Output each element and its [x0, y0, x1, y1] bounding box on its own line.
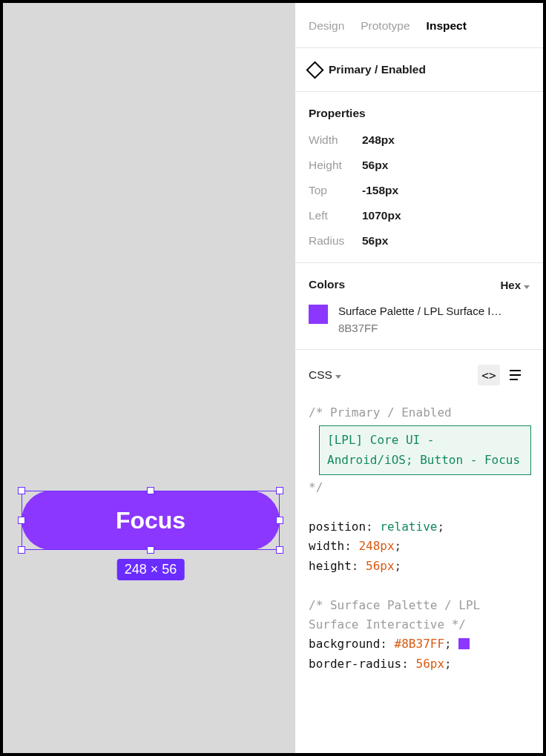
prop-value-height[interactable]: 56px [362, 159, 388, 172]
resize-handle-tl[interactable] [18, 487, 25, 494]
inline-color-swatch [458, 638, 470, 649]
color-name: Surface Palette / LPL Surface I… [338, 305, 530, 317]
css-section: CSS <> /* Primary / Enabled [LPL] Core U… [295, 350, 543, 674]
prop-value-left[interactable]: 1070px [362, 209, 401, 222]
css-width-key: width [309, 539, 344, 553]
focus-button-label: Focus [116, 507, 185, 534]
css-comment-close: */ [309, 480, 323, 494]
resize-handle-tm[interactable] [147, 487, 154, 494]
colors-title: Colors [309, 278, 345, 291]
color-hex: 8B37FF [338, 322, 530, 334]
css-code-block[interactable]: /* Primary / Enabled [LPL] Core UI - And… [309, 403, 530, 674]
colors-section: Colors Hex Surface Palette / LPL Surface… [295, 263, 543, 350]
prop-row-width: Width 248px [309, 133, 530, 147]
focus-button-component[interactable]: Focus [22, 491, 280, 550]
layer-name: Primary / Enabled [329, 63, 426, 76]
code-view-icon[interactable]: <> [478, 365, 500, 385]
chevron-down-icon [335, 368, 341, 382]
properties-section: Properties Width 248px Height 56px Top -… [295, 92, 543, 263]
prop-label-height: Height [309, 159, 362, 172]
tab-prototype[interactable]: Prototype [361, 19, 410, 33]
color-format-label: Hex [500, 279, 521, 291]
prop-value-width[interactable]: 248px [362, 133, 395, 147]
css-comment-open: /* Primary / Enabled [309, 405, 452, 420]
prop-row-top: Top -158px [309, 184, 530, 197]
resize-handle-br[interactable] [276, 546, 283, 554]
css-callout: [LPL] Core UI - Android/iOS; Button - Fo… [319, 425, 531, 475]
inspector-tabs: Design Prototype Inspect [295, 3, 543, 48]
resize-handle-lm[interactable] [18, 517, 25, 524]
selected-layer-row[interactable]: Primary / Enabled [309, 63, 530, 76]
css-radius-value: 56px [416, 657, 445, 671]
css-lang-label: CSS [309, 368, 332, 382]
chevron-down-icon [524, 279, 530, 291]
css-radius-key: border-radius [309, 657, 401, 671]
prop-label-radius: Radius [309, 234, 362, 248]
css-position-value: relative [380, 520, 437, 534]
tab-design[interactable]: Design [309, 19, 344, 33]
prop-row-left: Left 1070px [309, 209, 530, 222]
resize-handle-tr[interactable] [276, 487, 283, 494]
layer-section: Primary / Enabled [295, 48, 543, 92]
resize-handle-rm[interactable] [276, 517, 283, 524]
prop-row-height: Height 56px [309, 159, 530, 172]
component-icon [306, 61, 323, 79]
prop-value-radius[interactable]: 56px [362, 234, 388, 248]
prop-label-width: Width [309, 133, 362, 147]
css-lang-dropdown[interactable]: CSS [309, 368, 341, 382]
prop-value-top[interactable]: -158px [362, 184, 398, 197]
prop-label-top: Top [309, 184, 362, 197]
css-bg-key: background [309, 637, 380, 651]
color-item[interactable]: Surface Palette / LPL Surface I… 8B37FF [309, 305, 530, 334]
css-width-value: 248px [358, 539, 394, 553]
color-swatch [309, 305, 328, 324]
prop-label-left: Left [309, 209, 362, 222]
css-bg-value: #8B37FF [395, 637, 444, 651]
prop-row-radius: Radius 56px [309, 234, 530, 248]
resize-handle-bm[interactable] [147, 546, 154, 554]
css-position-key: position [309, 520, 366, 534]
list-view-icon[interactable] [506, 365, 528, 385]
css-height-key: height [309, 559, 352, 573]
color-format-dropdown[interactable]: Hex [500, 279, 530, 291]
tab-inspect[interactable]: Inspect [427, 19, 467, 33]
css-comment-surface: /* Surface Palette / LPL Surface Interac… [309, 598, 487, 631]
properties-title: Properties [309, 107, 530, 120]
canvas-area[interactable]: Focus 248 × 56 [3, 3, 295, 753]
resize-handle-bl[interactable] [18, 546, 25, 554]
selected-element-wrapper[interactable]: Focus 248 × 56 [22, 491, 280, 550]
list-icon [510, 370, 524, 380]
inspector-panel: Design Prototype Inspect Primary / Enabl… [295, 3, 543, 753]
dimensions-badge: 248 × 56 [117, 559, 185, 580]
css-height-value: 56px [366, 559, 395, 573]
